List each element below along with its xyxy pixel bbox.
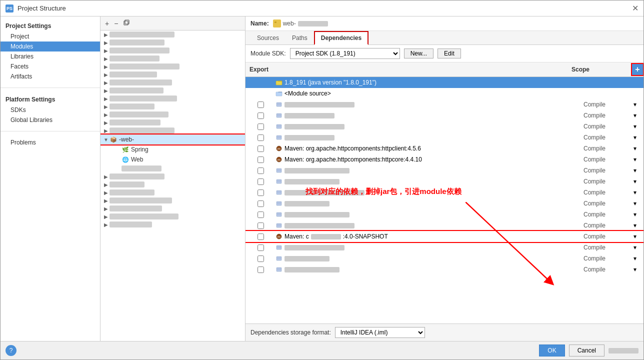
dep-row-13[interactable]: Compile ▾ xyxy=(246,220,644,231)
maven-icon: m xyxy=(276,233,282,240)
tree-item-6[interactable]: ▶ xyxy=(100,70,245,78)
dep-scope-arrow-4[interactable]: ▾ xyxy=(634,123,644,130)
help-button[interactable]: ? xyxy=(6,345,16,356)
dep-scope-arrow-13[interactable]: ▾ xyxy=(634,222,644,229)
dep-scope-arrow-17[interactable]: ▾ xyxy=(634,266,644,273)
dep-checkbox-12[interactable] xyxy=(246,212,276,218)
tree-item-11[interactable]: ▶ xyxy=(100,110,245,118)
dep-checkbox-16[interactable] xyxy=(246,256,276,262)
dep-scope-arrow-16[interactable]: ▾ xyxy=(634,255,644,262)
tree-item-14[interactable]: ▶ xyxy=(100,172,245,180)
add-module-button[interactable]: + xyxy=(104,19,110,28)
tree-item-web-child[interactable]: 🌐 Web xyxy=(100,154,245,164)
tree-item-1[interactable]: ▶ xyxy=(100,30,245,38)
tree-item-2[interactable]: ▶ xyxy=(100,38,245,46)
dep-row-sdk[interactable]: 1.8_191 (java version "1.8.0_191") xyxy=(246,77,644,88)
dep-checkbox-7[interactable] xyxy=(246,156,276,163)
dep-row-3[interactable]: Compile ▾ xyxy=(246,110,644,121)
dep-name-12 xyxy=(276,211,584,218)
tree-item-3[interactable]: ▶ xyxy=(100,46,245,54)
dep-scope-arrow-14[interactable]: ▾ xyxy=(634,233,644,240)
dep-scope-arrow-15[interactable]: ▾ xyxy=(634,244,644,251)
dep-checkbox-6[interactable] xyxy=(246,146,276,152)
dep-checkbox-10[interactable] xyxy=(246,190,276,196)
dep-row-httpcore[interactable]: m Maven: org.apache.httpcomponents:httpc… xyxy=(246,154,644,165)
sidebar-item-problems[interactable]: Problems xyxy=(0,138,100,148)
dep-scope-arrow-12[interactable]: ▾ xyxy=(634,211,644,218)
copy-module-button[interactable] xyxy=(122,18,132,28)
tree-item-17[interactable]: ▶ xyxy=(100,196,245,204)
dep-checkbox-15[interactable] xyxy=(246,244,276,251)
sidebar-item-modules[interactable]: Modules xyxy=(0,42,100,52)
tree-item-8[interactable]: ▶ xyxy=(100,86,245,94)
dep-scope-arrow-10[interactable]: ▾ xyxy=(634,189,644,196)
remove-module-button[interactable]: − xyxy=(112,19,120,28)
sidebar-item-project[interactable]: Project xyxy=(0,32,100,42)
sdk-select[interactable]: Project SDK (1.8_191) xyxy=(290,48,400,59)
sidebar-item-sdks[interactable]: SDKs xyxy=(0,105,100,115)
storage-format-select[interactable]: IntelliJ IDEA (.iml) xyxy=(335,327,425,338)
dep-scope-arrow-6[interactable]: ▾ xyxy=(634,145,644,152)
dep-row-15[interactable]: Compile ▾ xyxy=(246,242,644,253)
dep-scope-arrow-5[interactable]: ▾ xyxy=(634,134,644,141)
dep-row-httpclient[interactable]: m Maven: org.apache.httpcomponents:httpc… xyxy=(246,143,644,154)
sidebar-item-libraries[interactable]: Libraries xyxy=(0,52,100,62)
tab-paths[interactable]: Paths xyxy=(286,32,314,44)
tree-item-18[interactable]: ▶ xyxy=(100,204,245,212)
sidebar-item-artifacts[interactable]: Artifacts xyxy=(0,72,100,82)
tree-item-ab[interactable] xyxy=(100,164,245,172)
tab-dependencies[interactable]: Dependencies xyxy=(314,31,368,45)
dep-row-2[interactable]: Compile ▾ xyxy=(246,99,644,110)
ok-button[interactable]: OK xyxy=(539,344,564,356)
cancel-button[interactable]: Cancel xyxy=(569,344,604,356)
dep-scope-arrow-7[interactable]: ▾ xyxy=(634,156,644,163)
dep-row-8[interactable]: Compile ▾ xyxy=(246,165,644,176)
tree-item-20[interactable]: ▶ xyxy=(100,220,245,228)
tree-item-19[interactable]: ▶ xyxy=(100,212,245,220)
tree-item-web[interactable]: ▼ 📦 -web- xyxy=(100,134,245,144)
dep-row-5[interactable]: Compile ▾ xyxy=(246,132,644,143)
dep-row-module-source[interactable]: <Module source> xyxy=(246,88,644,99)
dep-row-16[interactable]: Compile ▾ xyxy=(246,253,644,264)
dep-scope-arrow-11[interactable]: ▾ xyxy=(634,200,644,207)
dep-row-10[interactable]: Compile ▾ xyxy=(246,187,644,198)
tab-sources[interactable]: Sources xyxy=(250,32,286,44)
dep-row-snapshot[interactable]: m Maven: c :4.0-SNAPSHOT Compile ▾ xyxy=(246,231,644,242)
dep-checkbox-3[interactable] xyxy=(246,112,276,119)
dep-row-4[interactable]: Compile ▾ xyxy=(246,121,644,132)
tree-item-7[interactable]: ▶ xyxy=(100,78,245,86)
dep-checkbox-14[interactable] xyxy=(246,234,276,240)
dep-scope-arrow-8[interactable]: ▾ xyxy=(634,167,644,174)
close-button[interactable]: ✕ xyxy=(632,4,638,13)
sdk-edit-button[interactable]: Edit xyxy=(438,48,461,58)
dep-scope-arrow-9[interactable]: ▾ xyxy=(634,178,644,185)
dep-scope-arrow-2[interactable]: ▾ xyxy=(634,101,644,108)
dep-checkbox-8[interactable] xyxy=(246,168,276,174)
dep-row-11[interactable]: Compile ▾ xyxy=(246,198,644,209)
tree-item-12[interactable]: ▶ xyxy=(100,118,245,126)
dep-row-9[interactable]: Compile ▾ xyxy=(246,176,644,187)
tree-item-9[interactable]: ▶ xyxy=(100,94,245,102)
dep-row-17[interactable]: Compile ▾ xyxy=(246,264,644,275)
dep-checkbox-5[interactable] xyxy=(246,134,276,141)
add-dependency-button[interactable]: + xyxy=(632,64,643,75)
sidebar-item-facets[interactable]: Facets xyxy=(0,62,100,72)
tree-item-16[interactable]: ▶ xyxy=(100,188,245,196)
dep-checkbox-11[interactable] xyxy=(246,200,276,207)
tree-item-13[interactable]: ▶ xyxy=(100,126,245,134)
dep-checkbox-2[interactable] xyxy=(246,102,276,108)
dep-checkbox-13[interactable] xyxy=(246,222,276,229)
dep-scope-arrow-3[interactable]: ▾ xyxy=(634,112,644,119)
nav-buttons: ✕ xyxy=(632,4,638,13)
tree-item-spring[interactable]: 🌿 Spring xyxy=(100,144,245,154)
dep-checkbox-4[interactable] xyxy=(246,124,276,130)
dep-row-12[interactable]: Compile ▾ xyxy=(246,209,644,220)
sdk-new-button[interactable]: New... xyxy=(404,48,434,58)
dep-checkbox-9[interactable] xyxy=(246,178,276,185)
tree-item-4[interactable]: ▶ xyxy=(100,54,245,62)
sidebar-item-global-libraries[interactable]: Global Libraries xyxy=(0,115,100,125)
dep-checkbox-17[interactable] xyxy=(246,266,276,273)
tree-item-5[interactable]: ▶ xyxy=(100,62,245,70)
tree-item-15[interactable]: ▶ xyxy=(100,180,245,188)
tree-item-10[interactable]: ▶ xyxy=(100,102,245,110)
